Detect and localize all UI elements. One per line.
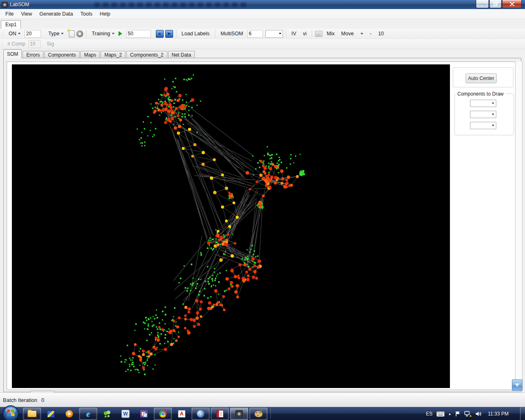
menu-item-generate-data[interactable]: Generate Data [36,10,77,18]
taskbar-app-word[interactable]: W [117,408,134,420]
toolbar-grip[interactable] [2,41,3,47]
close-button[interactable] [502,0,522,8]
taskbar: eWA♪ ES ▲ 11:33 PM [0,407,525,420]
som-visualization[interactable] [12,64,450,388]
tab-exp1[interactable]: Exp1 [1,20,21,29]
load-labels-button[interactable]: Load Labels [179,30,212,38]
language-indicator[interactable]: ES [426,411,433,417]
tab-som[interactable]: SOM [3,49,22,58]
type-dropdown[interactable]: Type [46,30,66,38]
multisom-value-field[interactable]: 6 [247,30,263,38]
zoom-out-button[interactable]: - [368,30,374,38]
minimize-button[interactable] [476,0,489,8]
restore-button[interactable] [489,0,502,8]
taskbar-app-photos[interactable] [135,408,153,420]
volume-icon[interactable] [475,411,482,417]
menu-item-view[interactable]: View [17,10,36,18]
menu-item-help[interactable]: Help [96,10,114,18]
flagapp-icon [47,411,55,418]
som-network [12,64,450,388]
tab-components[interactable]: Components [44,51,80,58]
component-combo-2[interactable] [470,111,496,118]
training-value-field[interactable]: 50 [126,30,151,38]
tab-errors[interactable]: Errors [23,51,43,58]
gear-icon[interactable] [76,30,83,37]
network-warning-icon[interactable] [464,411,472,417]
on-dropdown[interactable]: ON [6,30,23,38]
training-dropdown[interactable]: Training [89,30,117,38]
multisom-combo[interactable] [265,30,283,38]
tab-components_2[interactable]: Components_2 [126,51,167,58]
toolbar-grip[interactable] [2,30,3,37]
toolbar-separator [176,30,176,38]
experiment-tab-strip: Exp1 [0,19,525,29]
menu-bar: FileViewGenerate DataToolsHelp [0,9,525,19]
iv-button[interactable]: IV [289,30,299,38]
taskbar-app-palette[interactable] [249,408,267,420]
show-hidden-icons-button[interactable]: ▲ [448,412,452,416]
zoom-in-button[interactable]: + [358,30,365,38]
toolbar-separator [286,30,286,38]
menu-item-tools[interactable]: Tools [77,10,96,18]
toolbar-separator [215,30,215,38]
taskbar-app-explorer[interactable] [23,408,41,420]
taskbar-app-chrome[interactable] [154,408,172,420]
title-bar[interactable]: LabSOM [0,0,525,9]
window-title: LabSOM [10,2,29,7]
start-button[interactable] [2,405,19,420]
step-value[interactable]: 10 [376,30,386,38]
taskbar-app-wmp[interactable] [61,408,78,420]
close-icon [510,2,514,6]
vertical-scrollbar[interactable] [515,62,523,390]
on-value-field[interactable]: 20 [25,30,41,38]
taskbar-apps: eWA♪ [23,408,271,420]
taskbar-app-labsom[interactable] [230,408,248,420]
chevron-down-icon [492,103,494,104]
taskbar-app-ie[interactable]: e [79,408,97,420]
labsom-window: LabSOM FileViewGenerate DataToolsHelp [0,0,525,420]
step-forward-icon[interactable]: ➤ [165,30,173,38]
chevron-down-icon [279,33,281,34]
taskbar-app-rednote[interactable] [211,408,229,420]
components-to-draw-label: Components to Draw [456,91,505,97]
toolbar-separator [312,30,312,38]
chevron-down-icon [61,33,64,34]
taskbar-app-itunes[interactable]: ♪ [192,408,210,420]
app-icon [2,2,8,8]
comp-label: # Comp [6,41,27,47]
secondary-toolbar: # Comp 10 Sig [0,39,525,49]
clock[interactable]: 11:33 PM [488,411,509,417]
batch-iteration-label: Batch Iteration [3,397,37,403]
auto-center-button[interactable]: Auto Center [466,73,497,83]
acrobat-icon: A [178,410,185,418]
rednote-icon [217,410,224,418]
run-training-icon[interactable] [119,31,122,36]
photos-icon [140,410,148,418]
multisom-label: MultiSOM [218,30,246,38]
action-center-flag-icon[interactable] [455,411,461,417]
menu-item-file[interactable]: File [2,10,17,18]
tab-net-data[interactable]: Net Data [168,51,195,58]
taskbar-app-acrobat[interactable]: A [173,408,190,420]
fast-forward-icon[interactable]: » [156,30,164,38]
sig-label: Sig [46,41,55,47]
chevron-down-icon [18,33,21,34]
keyboard-icon[interactable] [436,411,445,417]
comp-value-field: 10 [28,40,41,48]
tab-maps[interactable]: Maps [80,51,100,58]
component-combo-1[interactable] [470,100,496,107]
image-icon[interactable] [315,31,322,37]
show-desktop-button[interactable] [520,407,525,420]
vi-button[interactable]: vi [300,30,309,38]
view-tab-strip: SOMErrorsComponentsMapsMaps_2Components_… [3,50,195,58]
new-document-icon[interactable] [69,30,75,37]
palette-icon [255,411,262,417]
tab-maps_2[interactable]: Maps_2 [100,51,126,58]
mix-button[interactable]: Mix [324,30,337,38]
main-toolbar: ON 20 Type Training 50 » ➤ Load Labels M… [0,29,525,39]
move-button[interactable]: Move [339,30,356,38]
component-combo-3[interactable] [470,122,496,129]
scroll-down-button[interactable] [512,379,523,391]
taskbar-app-flagapp[interactable] [42,408,59,420]
taskbar-app-people[interactable] [98,408,116,420]
